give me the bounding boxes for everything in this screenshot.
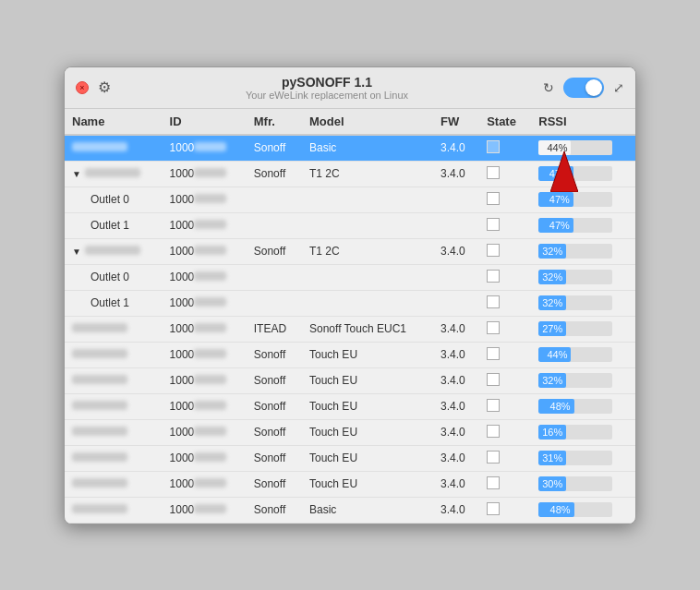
cell-name: [65, 497, 163, 523]
cell-name: Outlet 0: [65, 187, 163, 212]
close-button[interactable]: ×: [76, 81, 89, 94]
table-row[interactable]: Outlet 01000 47%: [65, 187, 635, 212]
table-row[interactable]: 1000SonoffTouch EU3.4.0 30%: [65, 471, 635, 497]
cell-model: Basic: [302, 497, 433, 523]
name-blur: [72, 323, 127, 332]
table-row[interactable]: ▼1000SonoffT1 2C3.4.0 32%: [65, 238, 635, 264]
device-table-container[interactable]: Name ID Mfr. Model FW State RSSI 1000Son…: [65, 109, 635, 524]
table-row[interactable]: 1000SonoffBasic3.4.0 44%: [65, 135, 635, 162]
state-checkbox[interactable]: [487, 270, 500, 283]
state-checkbox[interactable]: [487, 321, 500, 334]
table-row[interactable]: 1000SonoffTouch EU3.4.0 32%: [65, 367, 635, 393]
cell-fw: 3.4.0: [433, 316, 479, 342]
cell-fw: 3.4.0: [433, 342, 479, 367]
id-blur: [194, 142, 226, 151]
cell-fw: 3.4.0: [433, 161, 479, 187]
rssi-value: 47%: [549, 194, 570, 205]
table-row[interactable]: Outlet 01000 32%: [65, 264, 635, 290]
id-prefix: 1000: [170, 452, 195, 464]
cell-state[interactable]: [479, 419, 531, 445]
table-row[interactable]: 1000SonoffBasic3.4.0 48%: [65, 497, 635, 523]
state-checkbox[interactable]: [487, 373, 500, 386]
title-center: pySONOFF 1.1 Your eWeLink replacement on…: [111, 75, 543, 101]
cell-state[interactable]: [479, 135, 531, 162]
rssi-bar: 48%: [538, 502, 573, 517]
rssi-bar-wrapper: 27%: [538, 321, 612, 336]
state-checkbox[interactable]: [487, 451, 500, 464]
table-row[interactable]: Outlet 11000 47%: [65, 212, 635, 238]
cell-state[interactable]: [479, 367, 531, 393]
id-prefix: 1000: [170, 141, 195, 154]
cell-rssi: 32%: [531, 367, 635, 393]
cell-rssi: 47%: [531, 212, 635, 238]
cell-mfr: [247, 290, 302, 316]
id-prefix: 1000: [170, 271, 195, 283]
state-checkbox[interactable]: [487, 192, 500, 205]
cell-mfr: Sonoff: [247, 135, 302, 162]
table-row[interactable]: Outlet 11000 32%: [65, 290, 635, 316]
table-row[interactable]: 1000ITEADSonoff Touch EUC13.4.0 27%: [65, 316, 635, 342]
rssi-bar: 27%: [538, 321, 566, 336]
cell-fw: [433, 290, 479, 316]
table-row[interactable]: ▼1000SonoffT1 2C3.4.0 47%: [65, 161, 635, 187]
cell-id: 1000: [163, 264, 247, 290]
cell-mfr: Sonoff: [247, 161, 302, 187]
rssi-value: 30%: [542, 478, 562, 489]
rssi-bar: 32%: [538, 270, 566, 284]
cell-state[interactable]: [479, 445, 531, 471]
cell-rssi: 31%: [531, 445, 635, 471]
cell-mfr: Sonoff: [247, 497, 302, 523]
cell-id: 1000: [163, 393, 247, 419]
id-prefix: 1000: [170, 219, 195, 232]
cell-model: Touch EU: [302, 367, 433, 393]
refresh-icon[interactable]: ↻: [543, 80, 554, 95]
table-header-row: Name ID Mfr. Model FW State RSSI: [65, 109, 635, 135]
gear-icon[interactable]: ⚙: [98, 78, 111, 96]
state-checkbox[interactable]: [487, 502, 500, 515]
cell-mfr: Sonoff: [247, 393, 302, 419]
rssi-value: 32%: [542, 271, 562, 283]
cell-id: 1000: [163, 212, 247, 238]
state-checkbox[interactable]: [487, 140, 500, 153]
cell-state[interactable]: [479, 212, 531, 238]
device-table: Name ID Mfr. Model FW State RSSI 1000Son…: [65, 109, 635, 524]
cell-state[interactable]: [479, 264, 531, 290]
expand-arrow[interactable]: ▼: [72, 169, 81, 179]
cell-state[interactable]: [479, 342, 531, 367]
state-checkbox[interactable]: [487, 347, 500, 360]
cell-state[interactable]: [479, 471, 531, 497]
table-row[interactable]: 1000SonoffTouch EU3.4.0 44%: [65, 342, 635, 367]
table-row[interactable]: 1000SonoffTouch EU3.4.0 16%: [65, 419, 635, 445]
rssi-bar-wrapper: 44%: [538, 347, 612, 362]
cell-state[interactable]: [479, 393, 531, 419]
cell-state[interactable]: [479, 161, 531, 187]
cell-mfr: [247, 212, 302, 238]
state-checkbox[interactable]: [487, 244, 500, 257]
cell-state[interactable]: [479, 290, 531, 316]
name-blur: [72, 478, 127, 488]
id-prefix: 1000: [170, 374, 195, 387]
cell-name: Outlet 1: [65, 290, 163, 316]
rssi-bar: 31%: [538, 451, 566, 465]
state-checkbox[interactable]: [487, 218, 500, 231]
cell-name: [65, 445, 163, 471]
cell-state[interactable]: [479, 238, 531, 264]
state-checkbox[interactable]: [487, 399, 500, 412]
expand-arrow[interactable]: ▼: [72, 247, 81, 257]
table-row[interactable]: 1000SonoffTouch EU3.4.0 48%: [65, 393, 635, 419]
cell-state[interactable]: [479, 316, 531, 342]
cell-state[interactable]: [479, 187, 531, 212]
app-title: pySONOFF 1.1: [111, 75, 543, 90]
col-header-id: ID: [163, 109, 247, 135]
state-checkbox[interactable]: [487, 425, 500, 438]
toggle-switch[interactable]: [563, 78, 604, 98]
cell-state[interactable]: [479, 497, 531, 523]
state-checkbox[interactable]: [487, 166, 500, 179]
cell-fw: [433, 212, 479, 238]
table-row[interactable]: 1000SonoffTouch EU3.4.0 31%: [65, 445, 635, 471]
expand-icon[interactable]: ⤢: [613, 80, 624, 95]
rssi-bar: 44%: [538, 140, 571, 155]
cell-name: [65, 471, 163, 497]
state-checkbox[interactable]: [487, 476, 500, 489]
state-checkbox[interactable]: [487, 295, 500, 308]
